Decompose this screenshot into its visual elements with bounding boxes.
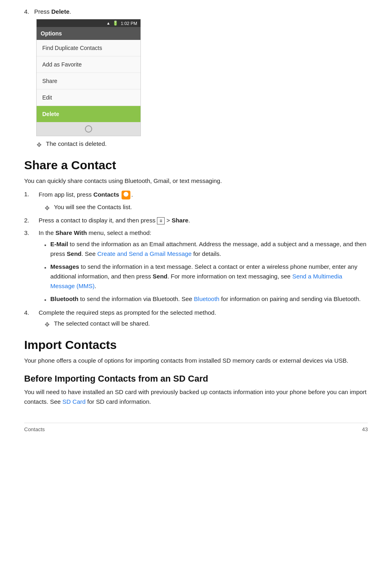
bluetooth-link[interactable]: Bluetooth [194, 295, 219, 302]
diamond-icon-2: ❖ [44, 321, 50, 328]
send-bold-2: Send [153, 273, 167, 280]
contact-deleted-bullet: ❖ The contact is deleted. [36, 140, 368, 149]
phone-titlebar-text: Options [41, 30, 62, 37]
menu-item-delete[interactable]: Delete [37, 106, 140, 122]
menu-item-edit[interactable]: Edit [37, 89, 140, 106]
square-bullet-1: ▪ [44, 241, 46, 249]
gmail-link[interactable]: Create and Send a Gmail Message [97, 250, 192, 257]
share-step-4: 4. Complete the required steps as prompt… [24, 309, 368, 328]
share-bold: Share [171, 217, 188, 224]
step4-num: 4. [24, 309, 35, 316]
import-contacts-intro: Your phone offers a couple of options fo… [24, 356, 368, 365]
step1-subbullet: ❖ You will see the Contacts list. [44, 203, 368, 212]
phone-statusbar: ▲ 🔋 1:02 PM [37, 19, 140, 27]
menu-item-add-favorite[interactable]: Add as Favorite [37, 56, 140, 73]
sub-bullet-bluetooth-text: Bluetooth to send the information via Bl… [50, 294, 361, 304]
diamond-icon-1: ❖ [44, 204, 50, 212]
battery-icon: 🔋 [113, 21, 118, 26]
step1-subbullet-text: You will see the Contacts list. [54, 203, 132, 210]
phone-footer [37, 122, 140, 136]
step3-text: In the Share With menu, select a method: [39, 229, 151, 236]
phone-titlebar: Options [37, 27, 140, 40]
sdcard-link[interactable]: SD Card [62, 398, 86, 405]
home-circle-icon [85, 125, 92, 133]
sub-bullet-bluetooth: ▪ Bluetooth to send the information via … [44, 294, 368, 304]
sub-bullet-messages: ▪ Messages to send the information in a … [44, 262, 368, 291]
import-contacts-heading: Import Contacts [24, 338, 368, 352]
step1-text: From app list, press Contacts . [39, 191, 133, 199]
menu-item-find-duplicate[interactable]: Find Duplicate Contacts [37, 40, 140, 56]
sub-bullet-email-text: E-Mail to send the information as an Ema… [50, 239, 368, 259]
square-bullet-3: ▪ [44, 295, 46, 304]
step2-text: Press a contact to display it, and then … [39, 217, 190, 224]
contacts-bold: Contacts [93, 191, 119, 198]
step4-intro: 4. Press Delete. [24, 8, 368, 15]
step4-bold: Delete [52, 8, 70, 15]
footer-left: Contacts [24, 426, 45, 432]
share-with-bold: Share With [56, 229, 87, 236]
page-footer: Contacts 43 [24, 423, 368, 432]
share-step-2: 2. Press a contact to display it, and th… [24, 217, 368, 224]
share-step-1: 1. From app list, press Contacts . ❖ You… [24, 191, 368, 212]
before-importing-text: You will need to have installed an SD ca… [24, 387, 368, 407]
step1-num: 1. [24, 191, 35, 197]
menu-button-icon: ≡ [157, 217, 165, 224]
step4-subbullet-text: The selected contact will be shared. [54, 320, 150, 327]
contact-deleted-text: The contact is deleted. [46, 140, 107, 147]
step4-number: 4. Press Delete. [24, 8, 71, 15]
square-bullet-2: ▪ [44, 263, 46, 272]
diamond-icon: ❖ [36, 141, 42, 149]
menu-item-share[interactable]: Share [37, 73, 140, 89]
share-steps-list: 1. From app list, press Contacts . ❖ You… [24, 191, 368, 328]
messages-bold: Messages [50, 263, 79, 270]
step4-subbullet: ❖ The selected contact will be shared. [44, 320, 368, 328]
email-bold: E-Mail [50, 241, 68, 247]
sub-bullet-email: ▪ E-Mail to send the information as an E… [44, 239, 368, 259]
step3-num: 3. [24, 229, 35, 236]
before-importing-heading: Before Importing Contacts from an SD Car… [24, 374, 368, 384]
step4-text-share: Complete the required steps as prompted … [39, 309, 216, 316]
phone-screenshot: ▲ 🔋 1:02 PM Options Find Duplicate Conta… [36, 19, 141, 136]
share-contact-heading: Share a Contact [24, 158, 368, 172]
sub-bullet-messages-text: Messages to send the information in a te… [50, 262, 368, 291]
send-bold-1: Send [67, 250, 82, 257]
step2-num: 2. [24, 217, 35, 224]
footer-right: 43 [362, 426, 368, 432]
statusbar-time: 1:02 PM [121, 21, 137, 26]
signal-icon: ▲ [106, 21, 110, 25]
share-contact-intro: You can quickly share contacts using Blu… [24, 176, 368, 186]
share-step-3: 3. In the Share With menu, select a meth… [24, 229, 368, 304]
bluetooth-bold: Bluetooth [50, 295, 78, 302]
contacts-app-icon [122, 191, 130, 199]
mms-link[interactable]: Send a Multimedia Message (MMS) [50, 273, 342, 289]
